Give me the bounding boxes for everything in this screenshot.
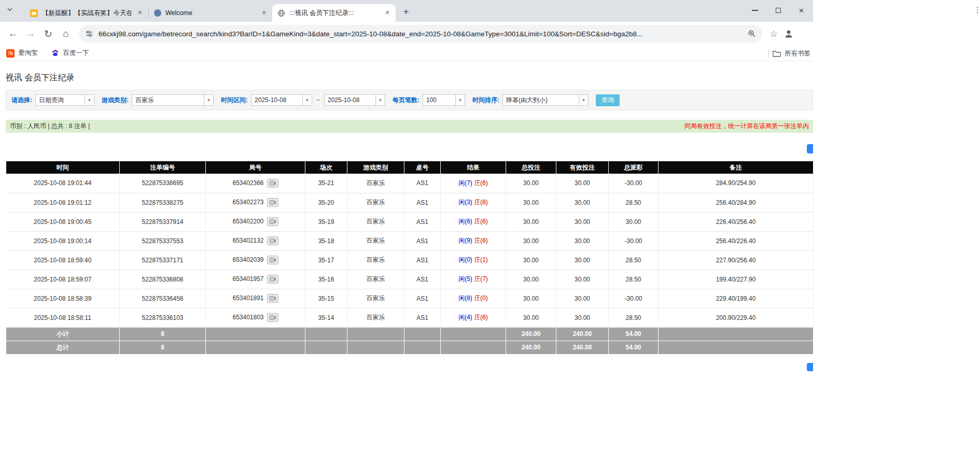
column-header: 备注	[659, 161, 814, 174]
cell-total-bet[interactable]: 30.00	[506, 231, 556, 250]
cell-session: 35-17	[305, 250, 347, 270]
cell-total-bet[interactable]: 30.00	[506, 250, 556, 270]
cell-total-bet[interactable]: 30.00	[506, 289, 556, 308]
home-button[interactable]: ⌂	[58, 26, 74, 41]
page-size-select[interactable]: 100 ▼	[423, 94, 465, 106]
subtotal-label: 小计	[6, 327, 120, 341]
banker-result: 庄(8)	[474, 199, 488, 206]
date-end-value[interactable]: 2025-10-08	[324, 94, 376, 106]
player-result: 闲(8)	[458, 294, 472, 302]
sort-order-value[interactable]: 降幂(由大到小)	[502, 94, 579, 106]
cell-session: 35-18	[305, 231, 347, 250]
bookmark-aitaobao[interactable]: 淘 爱淘宝	[6, 49, 38, 58]
column-header: 桌号	[404, 161, 441, 174]
all-bookmarks[interactable]: 所有书签	[768, 46, 813, 61]
game-type-select[interactable]: 百家乐 ▼	[132, 94, 214, 106]
tab-title: :::视讯 会员下注纪录:::	[289, 9, 379, 18]
cell-table-no: AS1	[404, 174, 441, 193]
maximize-button[interactable]	[766, 0, 790, 21]
search-button[interactable]: 查询	[596, 94, 620, 106]
banker-result: 庄(1)	[474, 256, 488, 263]
cell-total-bet[interactable]: 30.00	[506, 270, 556, 289]
replay-video-icon[interactable]	[267, 256, 278, 264]
cell-total-bet[interactable]: 30.00	[506, 174, 556, 193]
address-bar[interactable]: 66cxkj98.com/game/betrecord_search/kind3…	[79, 25, 762, 43]
cell-session: 35-15	[305, 289, 347, 308]
tab-search-chevron-icon[interactable]	[7, 8, 12, 11]
cell-total-bet[interactable]: 30.00	[506, 212, 556, 231]
total-total-bet: 240.00	[506, 341, 556, 354]
table-row: 2025-10-08 19:01:44 522875338695 6534023…	[6, 174, 814, 193]
query-type-select[interactable]: 日期查询 ▼	[35, 94, 94, 106]
tab-close-icon[interactable]: ×	[383, 9, 391, 17]
floating-button-fragment[interactable]	[807, 144, 813, 153]
cell-session: 35-16	[305, 270, 347, 289]
tab-bet-records[interactable]: :::视讯 会员下注纪录::: ×	[272, 4, 396, 22]
cell-note: 227.90/256.40	[659, 250, 814, 270]
cell-valid-bet: 30.00	[556, 231, 609, 250]
query-type-value[interactable]: 日期查询	[35, 94, 85, 106]
bookmark-label: 百度一下	[63, 49, 89, 58]
cell-payout: -30.00	[609, 231, 659, 250]
cell-result: 闲(7) 庄(6)	[441, 174, 506, 193]
back-button[interactable]: ←	[5, 26, 21, 41]
minimize-button[interactable]	[743, 0, 766, 21]
floating-button-fragment[interactable]	[807, 363, 813, 371]
replay-video-icon[interactable]	[267, 294, 278, 303]
round-number: 653402200	[232, 218, 263, 225]
column-header: 注单编号	[120, 161, 206, 174]
refresh-button[interactable]: ↻	[40, 26, 56, 41]
date-end-input[interactable]: 2025-10-08 ▼	[324, 94, 385, 106]
replay-video-icon[interactable]	[267, 217, 278, 226]
replay-video-icon[interactable]	[267, 313, 278, 322]
replay-video-icon[interactable]	[267, 198, 278, 207]
cell-total-bet[interactable]: 30.00	[506, 193, 556, 212]
tab-favicon-mail-icon	[30, 9, 38, 17]
sort-order-select[interactable]: 降幂(由大到小) ▼	[502, 94, 589, 106]
baidu-paw-icon	[51, 49, 60, 58]
banker-result: 庄(6)	[474, 314, 488, 321]
cell-time: 2025-10-08 18:59:07	[6, 270, 120, 289]
bookmark-baidu[interactable]: 百度一下	[51, 49, 89, 58]
cell-valid-bet: 30.00	[556, 193, 609, 212]
cell-payout: 28.50	[609, 270, 659, 289]
cell-total-bet[interactable]: 30.00	[506, 308, 556, 327]
player-result: 闲(9)	[458, 237, 472, 244]
url-text[interactable]: 66cxkj98.com/game/betrecord_search/kind3…	[99, 30, 744, 38]
tab-close-icon[interactable]: ×	[136, 9, 144, 17]
new-tab-button[interactable]: +	[399, 5, 413, 19]
tab-welcome[interactable]: Welcome ×	[149, 4, 272, 22]
page-size-value[interactable]: 100	[423, 94, 456, 106]
chevron-down-icon[interactable]: ▼	[376, 94, 385, 106]
zoom-icon[interactable]	[748, 30, 756, 38]
chevron-down-icon[interactable]: ▼	[85, 94, 94, 106]
bookmark-star-icon[interactable]: ☆	[766, 26, 781, 41]
chevron-down-icon[interactable]: ▼	[303, 94, 312, 106]
replay-video-icon[interactable]	[267, 236, 278, 245]
replay-video-icon[interactable]	[267, 275, 278, 284]
chevron-down-icon[interactable]: ▼	[204, 94, 214, 106]
tab-close-icon[interactable]: ×	[260, 9, 268, 17]
chevron-down-icon[interactable]: ▼	[579, 94, 589, 106]
tab-forum-thread[interactable]: 【新提醒】【实战有奖】今天在 ×	[25, 4, 148, 22]
date-start-input[interactable]: 2025-10-08 ▼	[251, 94, 312, 106]
forward-button[interactable]: →	[23, 26, 38, 41]
game-type-value[interactable]: 百家乐	[132, 94, 204, 106]
player-result: 闲(3)	[458, 199, 472, 206]
site-info-icon[interactable]	[85, 30, 93, 38]
cell-valid-bet: 30.00	[556, 308, 609, 327]
cell-bet-id: 522875336103	[120, 308, 206, 327]
column-header: 总投注	[506, 161, 556, 174]
profile-avatar[interactable]	[781, 26, 796, 41]
round-number: 653402132	[232, 237, 263, 244]
column-header: 时间	[6, 161, 120, 174]
replay-video-icon[interactable]	[267, 179, 278, 188]
cell-game-type: 百家乐	[347, 289, 404, 308]
table-row: 2025-10-08 18:58:39 522875336456 6534018…	[6, 289, 814, 308]
date-start-value[interactable]: 2025-10-08	[251, 94, 303, 106]
cell-time: 2025-10-08 19:00:45	[6, 212, 120, 231]
cell-table-no: AS1	[404, 231, 441, 250]
cell-table-no: AS1	[404, 212, 441, 231]
chevron-down-icon[interactable]: ▼	[456, 94, 465, 106]
close-window-button[interactable]: ×	[790, 0, 813, 21]
